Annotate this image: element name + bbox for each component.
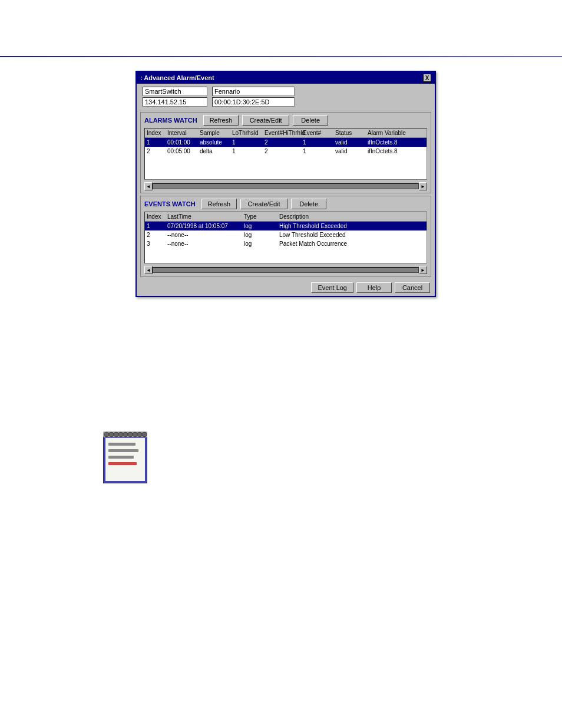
row2-hi-thr: 2 <box>263 147 301 155</box>
evt-row2-type: log <box>242 231 277 239</box>
alarms-scroll-right[interactable]: ► <box>419 182 427 190</box>
evt-row3-index: 3 <box>145 240 166 248</box>
col-lo-thr: LoThrhsld <box>230 129 263 137</box>
row2-index: 2 <box>145 147 166 155</box>
alarms-refresh-button[interactable]: Refresh <box>203 115 239 126</box>
alarms-table-body: 1 00:01:00 absolute 1 2 1 valid ifInOcte… <box>145 138 427 179</box>
events-delete-button[interactable]: Delete <box>291 199 326 209</box>
evt-row2-index: 2 <box>145 231 166 239</box>
evt-col-lasttime: LastTime <box>166 213 242 220</box>
events-watch-section: EVENTS WATCH Refresh Create/Edit Delete … <box>140 196 431 277</box>
row1-index: 1 <box>145 139 166 146</box>
title-bar: : Advanced Alarm/Event X <box>137 72 435 84</box>
evt-row3-desc: Packet Match Occurrence <box>277 240 427 248</box>
svg-point-7 <box>133 432 137 437</box>
evt-row2-desc: Low Threshold Exceeded <box>277 231 427 239</box>
evt-col-description: Description <box>277 213 427 220</box>
events-refresh-button[interactable]: Refresh <box>201 199 237 209</box>
dialog-title: : Advanced Alarm/Event <box>140 74 214 81</box>
alarms-row-2[interactable]: 2 00:05:00 delta 1 2 1 valid ifInOctets.… <box>145 147 427 156</box>
device-location-input[interactable] <box>212 87 295 96</box>
evt-row2-time: --none-- <box>166 231 242 239</box>
svg-point-4 <box>118 432 123 437</box>
evt-col-index: Index <box>145 213 166 220</box>
close-button[interactable]: X <box>423 74 431 82</box>
evt-row3-type: log <box>242 240 277 248</box>
evt-col-type: Type <box>242 213 277 220</box>
col-sample: Sample <box>198 129 230 137</box>
help-button[interactable]: Help <box>356 282 392 293</box>
evt-row1-type: log <box>242 222 277 230</box>
svg-point-6 <box>128 432 133 437</box>
events-row-2[interactable]: 2 --none-- log Low Threshold Exceeded <box>145 230 427 239</box>
alarms-scrollbar[interactable]: ◄ ► <box>144 182 427 190</box>
alarms-scroll-left[interactable]: ◄ <box>144 182 153 190</box>
col-alarm-var: Alarm Variable <box>366 129 427 137</box>
cancel-button[interactable]: Cancel <box>395 282 430 293</box>
col-event-status: Event# <box>301 129 333 137</box>
row2-sample: delta <box>198 147 230 155</box>
svg-point-9 <box>142 432 147 437</box>
alarms-create-edit-button[interactable]: Create/Edit <box>242 115 289 126</box>
svg-point-3 <box>114 432 118 437</box>
evt-row1-index: 1 <box>145 222 166 230</box>
row2-event-status: 1 <box>301 147 333 155</box>
svg-point-8 <box>137 432 142 437</box>
alarms-watch-section: ALARMS WATCH Refresh Create/Edit Delete … <box>140 112 431 193</box>
device-mac-input[interactable] <box>212 97 295 107</box>
device-info <box>137 84 435 110</box>
alarms-delete-button[interactable]: Delete <box>293 115 328 126</box>
top-rule <box>0 56 562 57</box>
alarms-scroll-track[interactable] <box>153 183 419 189</box>
events-row-3[interactable]: 3 --none-- log Packet Match Occurrence <box>145 239 427 248</box>
dialog-wrapper: : Advanced Alarm/Event X ALARMS WATCH Re… <box>135 71 436 297</box>
evt-row3-time: --none-- <box>166 240 242 248</box>
row2-lo-thr: 1 <box>230 147 263 155</box>
row2-status: valid <box>333 147 366 155</box>
row1-status: valid <box>333 139 366 146</box>
events-scroll-left[interactable]: ◄ <box>144 266 153 274</box>
svg-point-2 <box>109 432 114 437</box>
alarms-column-headers: Index Interval Sample LoThrhsld Event#Hi… <box>145 129 427 138</box>
row1-interval: 00:01:00 <box>166 139 198 146</box>
events-table-body: 1 07/20/1998 at 10:05:07 log High Thresh… <box>145 222 427 263</box>
events-title: EVENTS WATCH <box>144 200 196 207</box>
events-table: Index LastTime Type Description 1 07/20/… <box>144 212 427 263</box>
events-column-headers: Index LastTime Type Description <box>145 212 427 222</box>
notebook-spiral-svg <box>103 430 147 439</box>
alarms-table: Index Interval Sample LoThrhsld Event#Hi… <box>144 128 427 180</box>
events-create-edit-button[interactable]: Create/Edit <box>240 199 287 209</box>
advanced-alarm-dialog: : Advanced Alarm/Event X ALARMS WATCH Re… <box>135 71 436 297</box>
alarms-title: ALARMS WATCH <box>144 117 197 124</box>
events-scrollbar[interactable]: ◄ ► <box>144 266 427 274</box>
events-scroll-right[interactable]: ► <box>419 266 427 274</box>
col-hi-thr: Event#HiThrhld <box>263 129 301 137</box>
row1-hi-thr: 2 <box>263 139 301 146</box>
events-row-1[interactable]: 1 07/20/1998 at 10:05:07 log High Thresh… <box>145 222 427 230</box>
svg-point-5 <box>123 432 128 437</box>
alarms-header-bar: ALARMS WATCH Refresh Create/Edit Delete <box>141 113 431 128</box>
evt-row1-time: 07/20/1998 at 10:05:07 <box>166 222 242 230</box>
row1-event-status: 1 <box>301 139 333 146</box>
event-log-button[interactable]: Event Log <box>311 282 353 293</box>
row2-alarm-var: ifInOctets.8 <box>366 147 427 155</box>
col-status: Status <box>333 129 366 137</box>
events-header-bar: EVENTS WATCH Refresh Create/Edit Delete <box>141 196 431 212</box>
row1-alarm-var: ifInOctets.8 <box>366 139 427 146</box>
evt-row1-desc: High Threshold Exceeded <box>277 222 427 230</box>
row1-lo-thr: 1 <box>230 139 263 146</box>
notebook-icon-wrapper <box>103 430 147 483</box>
alarms-row-1[interactable]: 1 00:01:00 absolute 1 2 1 valid ifInOcte… <box>145 138 427 147</box>
svg-point-1 <box>104 432 109 437</box>
col-index: Index <box>145 129 166 137</box>
events-scroll-track[interactable] <box>153 267 419 273</box>
device-name-input[interactable] <box>143 87 207 96</box>
col-interval: Interval <box>166 129 198 137</box>
device-ip-input[interactable] <box>143 97 207 107</box>
bottom-buttons: Event Log Help Cancel <box>137 279 435 296</box>
row2-interval: 00:05:00 <box>166 147 198 155</box>
row1-sample: absolute <box>198 139 230 146</box>
notebook-icon <box>103 430 147 483</box>
